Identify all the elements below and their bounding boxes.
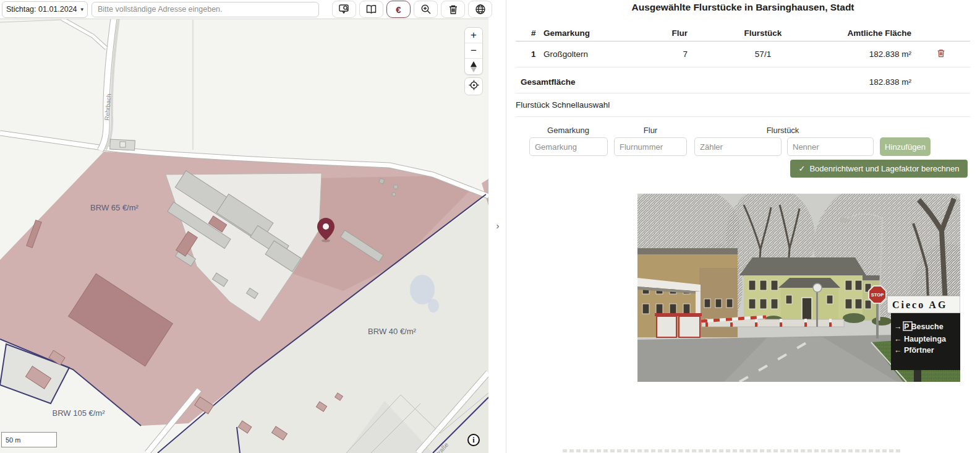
zoom-in-magnifier-icon: [420, 4, 432, 15]
col-header-flurstueck: Flurstück: [688, 28, 838, 38]
photo-company-sign: Cieco AG → P Besuche ← Haupteinga ← Pför…: [887, 296, 960, 382]
site-photo: STOP Cieco AG → P Besuche ← Haupteinga ←…: [637, 194, 960, 382]
gemarkung-input[interactable]: [529, 137, 608, 156]
locate-target-icon: [469, 80, 479, 93]
scale-label: 50 m: [6, 436, 20, 444]
map-scalebar: 50 m: [1, 432, 57, 447]
table-row: 1 Großgoltern 7 57/1 182.838 m²: [516, 41, 970, 67]
toolbar-icons: €: [332, 1, 492, 18]
sign-line-1: → P Besuche: [894, 322, 944, 331]
book-icon: [365, 4, 377, 14]
compass-south-icon: [471, 67, 477, 72]
globe-icon: [475, 4, 486, 15]
form-label-flur: Flur: [644, 126, 657, 135]
brw105-label: BRW 105 €/m²: [52, 408, 105, 418]
zoom-in-button[interactable]: +: [465, 28, 482, 43]
trash-icon: [937, 48, 945, 60]
sign-company-name: Cieco AG: [892, 300, 947, 310]
quick-select-section-label: Flurstück Schnellauswahl: [516, 100, 610, 110]
parcel-search-button[interactable]: [332, 1, 356, 18]
total-row: Gesamtfläche 182.838 m²: [516, 71, 970, 93]
title-city: Barsinghausen, Stadt: [756, 2, 854, 12]
zoom-search-button[interactable]: [414, 1, 438, 18]
map-toolbar: Stichtag: 01.01.2024 ▾: [0, 0, 488, 19]
col-header-num: #: [516, 28, 543, 38]
bodenrichtwert-toggle-button[interactable]: €: [386, 1, 411, 18]
hinzufuegen-button[interactable]: Hinzufügen: [880, 137, 931, 156]
clear-map-button[interactable]: [441, 1, 465, 18]
app-root: { "colors": { "accent_green": "#6b8455",…: [0, 0, 980, 453]
photo-gate: [655, 313, 702, 337]
total-value: 182.838 m²: [869, 77, 911, 87]
row-num: 1: [516, 50, 543, 59]
stop-sign-text: STOP: [871, 292, 884, 298]
sign-line-3: ← Pförtner: [894, 346, 934, 355]
cutoff-text-strip: [563, 449, 903, 452]
flurnummer-input[interactable]: [614, 137, 687, 156]
map-svg: BRW 65 €/m² BRW 40 €/m² BRW 105 €/m² Reh…: [0, 19, 488, 453]
locate-button[interactable]: [464, 77, 483, 95]
info-icon: i: [472, 436, 474, 445]
panel-expand-chevron[interactable]: ›: [492, 218, 504, 233]
site-photo-svg: STOP Cieco AG → P Besuche ← Haupteinga ←…: [637, 194, 960, 382]
parcel-search-icon: [338, 4, 350, 15]
chevron-down-icon: ▾: [81, 6, 84, 12]
stichtag-label: Stichtag: 01.01.2024: [6, 5, 77, 14]
row-flur: 7: [613, 50, 688, 59]
brw40-label: BRW 40 €/m²: [368, 327, 416, 336]
form-label-gemarkung: Gemarkung: [547, 126, 589, 135]
zoom-out-button[interactable]: −: [465, 43, 482, 59]
row-flaeche: 182.838 m²: [838, 50, 911, 59]
col-header-flur: Flur: [613, 28, 688, 38]
delete-row-button[interactable]: [911, 48, 970, 60]
legend-button[interactable]: [359, 1, 383, 18]
page-title: Ausgewählte Flurstücke in Barsinghausen,…: [516, 2, 970, 13]
table-header: # Gemarkung Flur Flurstück Amtliche Fläc…: [516, 25, 970, 41]
title-prefix: Ausgewählte Flurstücke in: [631, 2, 756, 12]
form-label-flurstueck: Flurstück: [767, 126, 799, 135]
map-canvas[interactable]: BRW 65 €/m² BRW 40 €/m² BRW 105 €/m² Reh…: [0, 19, 488, 453]
nenner-input[interactable]: [787, 137, 874, 156]
trash-icon: [448, 4, 458, 15]
divider: [516, 116, 970, 117]
col-header-flaeche: Amtliche Fläche: [838, 28, 911, 38]
row-gemarkung: Großgoltern: [543, 50, 613, 59]
flurstueck-panel: Ausgewählte Flurstücke in Barsinghausen,…: [506, 0, 980, 453]
calculate-button-label: Bodenrichtwert und Lagefaktor berechnen: [809, 164, 959, 173]
sign-line-2: ← Haupteinga: [894, 335, 947, 343]
address-search-input[interactable]: [92, 2, 319, 17]
stichtag-dropdown[interactable]: Stichtag: 01.01.2024 ▾: [2, 1, 88, 18]
map-info-button[interactable]: i: [467, 434, 480, 446]
brw65-label: BRW 65 €/m²: [90, 203, 138, 212]
check-icon: ✓: [798, 164, 805, 173]
total-label: Gesamtfläche: [516, 77, 576, 87]
compass-button[interactable]: [465, 59, 482, 74]
compass-north-icon: [471, 61, 477, 67]
basemap-button[interactable]: [468, 1, 492, 18]
euro-icon: €: [396, 4, 401, 15]
map-zoom-controls: + −: [464, 27, 483, 75]
row-flurstueck: 57/1: [688, 50, 838, 59]
col-header-gemarkung: Gemarkung: [543, 28, 613, 38]
zaehler-input[interactable]: [694, 137, 782, 156]
calculate-button[interactable]: ✓ Bodenrichtwert und Lagefaktor berechne…: [790, 160, 968, 178]
